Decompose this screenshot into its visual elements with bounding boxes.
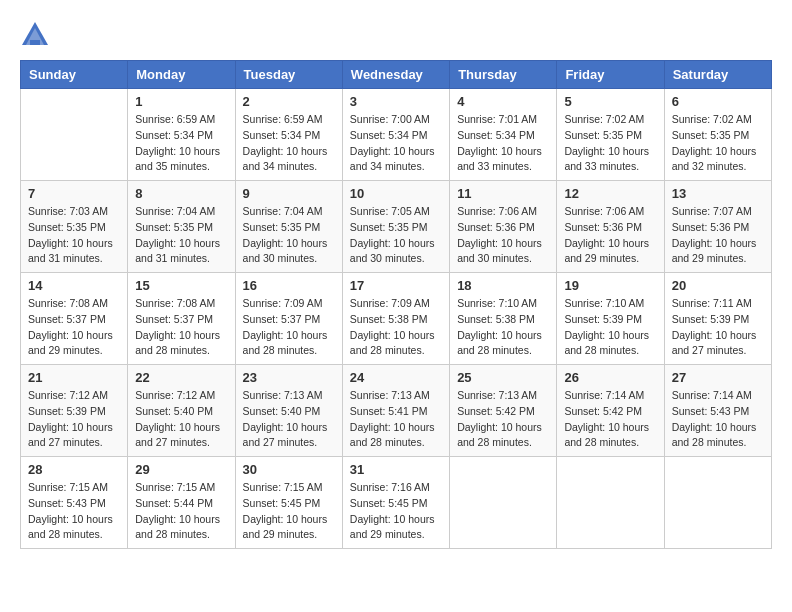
day-info: Sunrise: 7:15 AM Sunset: 5:43 PM Dayligh…	[28, 480, 120, 543]
calendar-cell: 26 Sunrise: 7:14 AM Sunset: 5:42 PM Dayl…	[557, 365, 664, 457]
day-info: Sunrise: 7:02 AM Sunset: 5:35 PM Dayligh…	[564, 112, 656, 175]
day-number: 28	[28, 462, 120, 477]
calendar-cell: 9 Sunrise: 7:04 AM Sunset: 5:35 PM Dayli…	[235, 181, 342, 273]
day-info: Sunrise: 7:13 AM Sunset: 5:42 PM Dayligh…	[457, 388, 549, 451]
calendar-cell: 23 Sunrise: 7:13 AM Sunset: 5:40 PM Dayl…	[235, 365, 342, 457]
day-number: 4	[457, 94, 549, 109]
calendar-cell	[450, 457, 557, 549]
day-number: 13	[672, 186, 764, 201]
day-info: Sunrise: 7:04 AM Sunset: 5:35 PM Dayligh…	[243, 204, 335, 267]
day-info: Sunrise: 7:13 AM Sunset: 5:40 PM Dayligh…	[243, 388, 335, 451]
day-info: Sunrise: 7:01 AM Sunset: 5:34 PM Dayligh…	[457, 112, 549, 175]
day-number: 1	[135, 94, 227, 109]
calendar-table: SundayMondayTuesdayWednesdayThursdayFrid…	[20, 60, 772, 549]
day-number: 15	[135, 278, 227, 293]
calendar-cell: 11 Sunrise: 7:06 AM Sunset: 5:36 PM Dayl…	[450, 181, 557, 273]
day-number: 21	[28, 370, 120, 385]
day-number: 14	[28, 278, 120, 293]
calendar-cell: 16 Sunrise: 7:09 AM Sunset: 5:37 PM Dayl…	[235, 273, 342, 365]
calendar-cell: 12 Sunrise: 7:06 AM Sunset: 5:36 PM Dayl…	[557, 181, 664, 273]
day-number: 5	[564, 94, 656, 109]
calendar-cell: 29 Sunrise: 7:15 AM Sunset: 5:44 PM Dayl…	[128, 457, 235, 549]
day-number: 16	[243, 278, 335, 293]
day-number: 31	[350, 462, 442, 477]
day-number: 29	[135, 462, 227, 477]
day-number: 17	[350, 278, 442, 293]
day-number: 3	[350, 94, 442, 109]
day-info: Sunrise: 7:11 AM Sunset: 5:39 PM Dayligh…	[672, 296, 764, 359]
day-info: Sunrise: 7:09 AM Sunset: 5:38 PM Dayligh…	[350, 296, 442, 359]
calendar-cell: 31 Sunrise: 7:16 AM Sunset: 5:45 PM Dayl…	[342, 457, 449, 549]
day-number: 20	[672, 278, 764, 293]
day-number: 22	[135, 370, 227, 385]
day-info: Sunrise: 7:06 AM Sunset: 5:36 PM Dayligh…	[564, 204, 656, 267]
day-info: Sunrise: 7:05 AM Sunset: 5:35 PM Dayligh…	[350, 204, 442, 267]
calendar-cell: 19 Sunrise: 7:10 AM Sunset: 5:39 PM Dayl…	[557, 273, 664, 365]
calendar-cell: 30 Sunrise: 7:15 AM Sunset: 5:45 PM Dayl…	[235, 457, 342, 549]
calendar-cell: 20 Sunrise: 7:11 AM Sunset: 5:39 PM Dayl…	[664, 273, 771, 365]
calendar-cell	[664, 457, 771, 549]
day-info: Sunrise: 7:08 AM Sunset: 5:37 PM Dayligh…	[135, 296, 227, 359]
day-info: Sunrise: 7:00 AM Sunset: 5:34 PM Dayligh…	[350, 112, 442, 175]
day-info: Sunrise: 6:59 AM Sunset: 5:34 PM Dayligh…	[243, 112, 335, 175]
day-number: 19	[564, 278, 656, 293]
weekday-header-sunday: Sunday	[21, 61, 128, 89]
day-number: 27	[672, 370, 764, 385]
day-number: 30	[243, 462, 335, 477]
day-number: 11	[457, 186, 549, 201]
day-info: Sunrise: 7:14 AM Sunset: 5:42 PM Dayligh…	[564, 388, 656, 451]
day-info: Sunrise: 6:59 AM Sunset: 5:34 PM Dayligh…	[135, 112, 227, 175]
day-info: Sunrise: 7:03 AM Sunset: 5:35 PM Dayligh…	[28, 204, 120, 267]
day-number: 24	[350, 370, 442, 385]
day-number: 10	[350, 186, 442, 201]
page-header	[20, 20, 772, 50]
calendar-week-1: 1 Sunrise: 6:59 AM Sunset: 5:34 PM Dayli…	[21, 89, 772, 181]
calendar-cell: 21 Sunrise: 7:12 AM Sunset: 5:39 PM Dayl…	[21, 365, 128, 457]
weekday-header-wednesday: Wednesday	[342, 61, 449, 89]
day-info: Sunrise: 7:15 AM Sunset: 5:44 PM Dayligh…	[135, 480, 227, 543]
calendar-week-3: 14 Sunrise: 7:08 AM Sunset: 5:37 PM Dayl…	[21, 273, 772, 365]
day-number: 12	[564, 186, 656, 201]
logo	[20, 20, 52, 50]
calendar-week-4: 21 Sunrise: 7:12 AM Sunset: 5:39 PM Dayl…	[21, 365, 772, 457]
svg-rect-2	[30, 40, 40, 45]
day-info: Sunrise: 7:16 AM Sunset: 5:45 PM Dayligh…	[350, 480, 442, 543]
weekday-header-monday: Monday	[128, 61, 235, 89]
day-info: Sunrise: 7:09 AM Sunset: 5:37 PM Dayligh…	[243, 296, 335, 359]
day-number: 26	[564, 370, 656, 385]
calendar-cell: 22 Sunrise: 7:12 AM Sunset: 5:40 PM Dayl…	[128, 365, 235, 457]
day-info: Sunrise: 7:12 AM Sunset: 5:40 PM Dayligh…	[135, 388, 227, 451]
day-number: 9	[243, 186, 335, 201]
day-info: Sunrise: 7:07 AM Sunset: 5:36 PM Dayligh…	[672, 204, 764, 267]
day-info: Sunrise: 7:13 AM Sunset: 5:41 PM Dayligh…	[350, 388, 442, 451]
calendar-cell: 25 Sunrise: 7:13 AM Sunset: 5:42 PM Dayl…	[450, 365, 557, 457]
calendar-cell: 10 Sunrise: 7:05 AM Sunset: 5:35 PM Dayl…	[342, 181, 449, 273]
day-number: 7	[28, 186, 120, 201]
weekday-header-tuesday: Tuesday	[235, 61, 342, 89]
logo-icon	[20, 20, 50, 50]
calendar-cell: 5 Sunrise: 7:02 AM Sunset: 5:35 PM Dayli…	[557, 89, 664, 181]
calendar-header-row: SundayMondayTuesdayWednesdayThursdayFrid…	[21, 61, 772, 89]
day-info: Sunrise: 7:14 AM Sunset: 5:43 PM Dayligh…	[672, 388, 764, 451]
calendar-cell: 6 Sunrise: 7:02 AM Sunset: 5:35 PM Dayli…	[664, 89, 771, 181]
calendar-cell: 13 Sunrise: 7:07 AM Sunset: 5:36 PM Dayl…	[664, 181, 771, 273]
calendar-cell	[557, 457, 664, 549]
calendar-week-2: 7 Sunrise: 7:03 AM Sunset: 5:35 PM Dayli…	[21, 181, 772, 273]
calendar-cell: 7 Sunrise: 7:03 AM Sunset: 5:35 PM Dayli…	[21, 181, 128, 273]
day-info: Sunrise: 7:06 AM Sunset: 5:36 PM Dayligh…	[457, 204, 549, 267]
day-number: 8	[135, 186, 227, 201]
weekday-header-friday: Friday	[557, 61, 664, 89]
calendar-cell: 3 Sunrise: 7:00 AM Sunset: 5:34 PM Dayli…	[342, 89, 449, 181]
day-number: 18	[457, 278, 549, 293]
calendar-cell: 4 Sunrise: 7:01 AM Sunset: 5:34 PM Dayli…	[450, 89, 557, 181]
day-number: 2	[243, 94, 335, 109]
day-number: 23	[243, 370, 335, 385]
calendar-cell: 27 Sunrise: 7:14 AM Sunset: 5:43 PM Dayl…	[664, 365, 771, 457]
calendar-cell: 17 Sunrise: 7:09 AM Sunset: 5:38 PM Dayl…	[342, 273, 449, 365]
weekday-header-thursday: Thursday	[450, 61, 557, 89]
day-info: Sunrise: 7:15 AM Sunset: 5:45 PM Dayligh…	[243, 480, 335, 543]
weekday-header-saturday: Saturday	[664, 61, 771, 89]
day-info: Sunrise: 7:12 AM Sunset: 5:39 PM Dayligh…	[28, 388, 120, 451]
day-info: Sunrise: 7:04 AM Sunset: 5:35 PM Dayligh…	[135, 204, 227, 267]
calendar-cell: 14 Sunrise: 7:08 AM Sunset: 5:37 PM Dayl…	[21, 273, 128, 365]
